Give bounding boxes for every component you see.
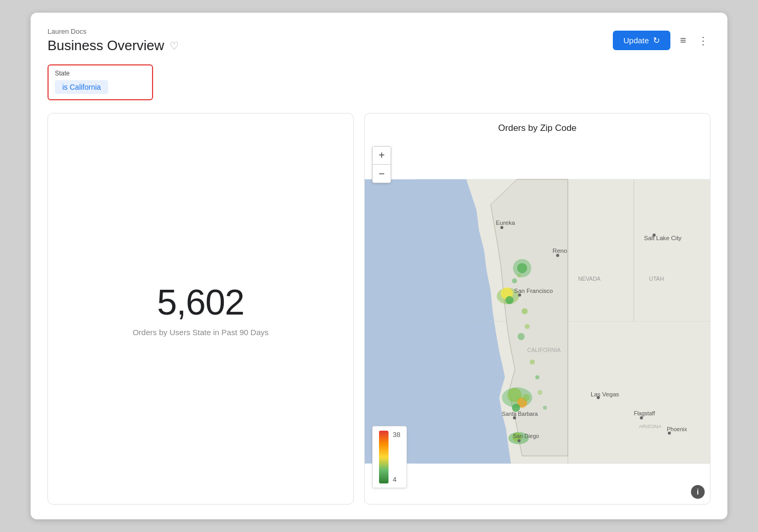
- metric-description: Orders by Users State in Past 90 Days: [132, 328, 269, 337]
- header-left: Lauren Docs Business Overview ♡: [48, 27, 179, 54]
- filter-section: State is California: [48, 64, 710, 100]
- flagstaff-label: Flagstaff: [634, 410, 655, 416]
- info-button[interactable]: i: [691, 485, 705, 499]
- sd-dot: [517, 439, 520, 442]
- refresh-icon: ↻: [653, 35, 660, 45]
- left-panel: 5,602 Orders by Users State in Past 90 D…: [48, 113, 354, 505]
- sb-label: Santa Barbara: [502, 411, 538, 417]
- update-button-label: Update: [623, 36, 649, 45]
- filter-chip[interactable]: is California: [55, 80, 108, 94]
- density-3b: [525, 324, 530, 329]
- main-content: 5,602 Orders by Users State in Past 90 D…: [48, 113, 710, 505]
- legend-gradient: [379, 431, 389, 483]
- eureka-dot: [500, 226, 504, 229]
- zoom-in-button[interactable]: +: [373, 147, 391, 165]
- arizona-label: ARIZONA: [639, 423, 661, 429]
- legend-labels: 38 4: [393, 431, 400, 483]
- map-title: Orders by Zip Code: [365, 113, 710, 139]
- map-svg: Eureka San Francisco Reno NEVADA UTAH CA…: [365, 139, 710, 504]
- breadcrumb: Lauren Docs: [48, 27, 179, 35]
- map-legend: 38 4: [372, 426, 407, 488]
- density-3: [522, 308, 528, 315]
- page-title-row: Business Overview ♡: [48, 37, 179, 54]
- big-number: 5,602: [157, 281, 244, 322]
- header: Lauren Docs Business Overview ♡ Update ↻…: [48, 27, 710, 54]
- zoom-out-button[interactable]: −: [373, 165, 391, 183]
- filter-icon[interactable]: ≡: [678, 32, 688, 49]
- nevada-label: NEVADA: [578, 276, 601, 282]
- california-label: CALIFORNIA: [527, 347, 561, 353]
- density-la5: [523, 394, 529, 401]
- eureka-label: Eureka: [496, 220, 515, 226]
- reno-label: Reno: [553, 248, 567, 254]
- slc-label: Salt Lake City: [644, 235, 681, 241]
- density-3c: [517, 333, 524, 340]
- dot3: [537, 390, 543, 395]
- sd-label: San Diego: [513, 433, 539, 439]
- density-2c: [505, 296, 513, 304]
- sf-label: San Francisco: [514, 288, 553, 294]
- dot1: [530, 359, 535, 365]
- update-button[interactable]: Update ↻: [613, 31, 670, 50]
- flagstaff-dot: [640, 416, 643, 420]
- filter-box: State is California: [48, 64, 153, 100]
- map-area: Eureka San Francisco Reno NEVADA UTAH CA…: [365, 139, 710, 504]
- zoom-controls: + −: [372, 146, 391, 183]
- app-container: Lauren Docs Business Overview ♡ Update ↻…: [31, 13, 727, 519]
- legend-min: 4: [393, 476, 400, 483]
- phoenix-label: Phoenix: [667, 426, 687, 432]
- dot2: [535, 375, 539, 379]
- utah-label: UTAH: [649, 276, 664, 282]
- density-1b: [517, 263, 527, 273]
- header-right: Update ↻ ≡ ⋮: [613, 31, 710, 50]
- legend-max: 38: [393, 431, 400, 439]
- lv-label: Las Vegas: [591, 391, 619, 397]
- reno-dot: [556, 254, 560, 257]
- dot5: [512, 278, 517, 283]
- more-icon[interactable]: ⋮: [696, 32, 710, 49]
- filter-label: State: [55, 70, 146, 77]
- right-panel: Orders by Zip Code: [364, 113, 710, 505]
- heart-icon[interactable]: ♡: [169, 40, 179, 52]
- dot4: [543, 406, 547, 410]
- page-title: Business Overview: [48, 37, 164, 54]
- dot6: [517, 274, 522, 278]
